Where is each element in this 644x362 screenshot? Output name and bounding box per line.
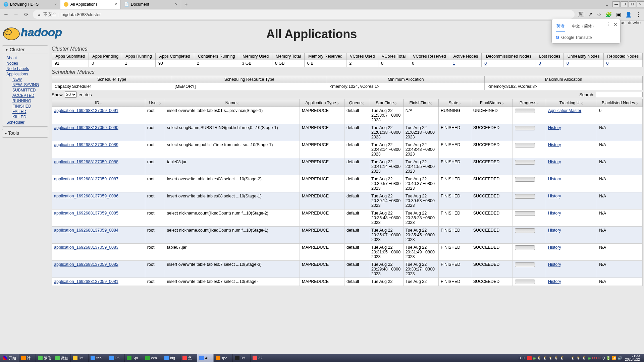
- tracking-link[interactable]: History: [548, 142, 561, 147]
- sidebar-state-accepted[interactable]: ACCEPTED: [12, 93, 44, 98]
- tab-all-applications[interactable]: All Applications ×: [60, 0, 121, 9]
- taskbar-item[interactable]: Al...: [197, 354, 214, 362]
- tracking-link[interactable]: History: [548, 177, 561, 181]
- star-icon[interactable]: ☆: [597, 11, 601, 18]
- back-button[interactable]: ←: [3, 11, 9, 18]
- tracking-link[interactable]: History: [548, 125, 561, 130]
- apps-column-header[interactable]: FinishTime◇: [403, 99, 438, 107]
- app-id-link[interactable]: application_1692688137059_0086: [54, 194, 118, 198]
- taskbar-item[interactable]: 坚...: [180, 354, 197, 362]
- qq-icon[interactable]: 🐧: [537, 356, 542, 360]
- metrics-link[interactable]: 1: [453, 61, 455, 66]
- close-button[interactable]: ✕: [637, 1, 644, 7]
- clock[interactable]: 21:33 2023/8/22: [623, 355, 642, 362]
- sidebar-state-new[interactable]: NEW: [12, 77, 44, 82]
- restore-button[interactable]: ❐: [621, 1, 628, 7]
- tray-icon[interactable]: 🔋: [606, 356, 611, 360]
- url-input[interactable]: ▲ 不安全 | bigdata:8088/cluster: [33, 10, 575, 19]
- sidebar-state-failed[interactable]: FAILED: [12, 109, 44, 114]
- sidebar-state-running[interactable]: RUNNING: [12, 98, 44, 104]
- minimize-button[interactable]: —: [612, 1, 620, 7]
- sidebar-scheduler[interactable]: Scheduler: [6, 120, 44, 125]
- taskbar-item[interactable]: 微信: [53, 354, 71, 362]
- tracking-link[interactable]: ApplicationMaster: [548, 108, 581, 113]
- search-input[interactable]: [596, 92, 643, 97]
- maximize-button[interactable]: ☐: [629, 1, 636, 7]
- sidebar-tools-header[interactable]: ▸Tools: [2, 129, 48, 137]
- share-icon[interactable]: ↗: [588, 11, 593, 18]
- qq-icon[interactable]: 🐧: [543, 356, 547, 360]
- translate-close-icon[interactable]: ✕: [613, 22, 618, 27]
- tracking-link[interactable]: History: [548, 262, 561, 267]
- qq-icon[interactable]: 🐧: [560, 356, 565, 360]
- lang-indicator[interactable]: CH: [519, 356, 526, 360]
- apps-column-header[interactable]: ID◇: [52, 99, 145, 107]
- tab-hdfs[interactable]: 🌐 Browsing HDFS ×: [0, 0, 60, 9]
- chevron-down-icon[interactable]: ⌄: [602, 1, 612, 8]
- app-id-link[interactable]: application_1692688137059_0081: [54, 279, 118, 284]
- apps-column-header[interactable]: FinalStatus◇: [471, 99, 513, 107]
- translate-icon[interactable]: 🇬: [578, 12, 584, 17]
- app-id-link[interactable]: application_1692688137059_0084: [54, 228, 118, 233]
- system-tray[interactable]: CH ◉ 🐧 🐧 🐧 🐧 🐧 🐧 🐧 🐧 ◉ CSDN ⬡ 🔋 📶 🔊 21:3…: [517, 355, 644, 362]
- taskbar-item[interactable]: 计...: [19, 354, 36, 362]
- taskbar-item[interactable]: 微信: [36, 354, 53, 362]
- side-panel-icon[interactable]: ▣: [616, 11, 621, 18]
- tracking-link[interactable]: History: [548, 228, 561, 233]
- tracking-link[interactable]: History: [548, 160, 561, 164]
- wechat-icon[interactable]: ◉: [588, 356, 591, 360]
- taskbar-item[interactable]: 32...: [251, 354, 268, 362]
- app-id-link[interactable]: application_1692688137059_0087: [54, 177, 118, 181]
- translate-tab-english[interactable]: 英语: [556, 22, 565, 32]
- start-button[interactable]: 开始: [0, 354, 19, 362]
- qq-icon[interactable]: 🐧: [576, 356, 581, 360]
- tracking-link[interactable]: History: [548, 211, 561, 216]
- app-id-link[interactable]: application_1692688137059_0090: [54, 125, 118, 130]
- app-id-link[interactable]: application_1692688137059_0082: [54, 262, 118, 267]
- tray-icon[interactable]: [527, 356, 532, 360]
- tray-icon[interactable]: ◉: [533, 356, 536, 360]
- menu-icon[interactable]: ⋮: [636, 11, 641, 18]
- apps-column-header[interactable]: User◇: [145, 99, 165, 107]
- apps-column-header[interactable]: State◇: [439, 99, 471, 107]
- metrics-link[interactable]: 0: [539, 61, 541, 66]
- tracking-link[interactable]: History: [548, 279, 561, 284]
- extensions-icon[interactable]: 🧩: [605, 11, 612, 18]
- apps-column-header[interactable]: StartTime◇: [369, 99, 403, 107]
- profile-icon[interactable]: 👤: [625, 11, 632, 18]
- qq-icon[interactable]: 🐧: [554, 356, 559, 360]
- tray-icon[interactable]: ⬡: [602, 356, 605, 360]
- taskbar-item[interactable]: D:\...: [71, 354, 89, 362]
- taskbar-item[interactable]: ech...: [143, 354, 162, 362]
- qq-icon[interactable]: 🐧: [582, 356, 587, 360]
- apps-column-header[interactable]: Progress◇: [513, 99, 546, 107]
- qq-icon[interactable]: 🐧: [548, 356, 553, 360]
- taskbar-item[interactable]: D:\...: [107, 354, 125, 362]
- hadoop-logo[interactable]: hadoop hadoop: [0, 20, 80, 44]
- translate-tab-chinese[interactable]: 中文（简体）: [571, 23, 597, 31]
- taskbar-item[interactable]: tab...: [89, 354, 107, 362]
- app-id-link[interactable]: application_1692688137059_0085: [54, 211, 118, 216]
- metrics-link[interactable]: 0: [567, 61, 569, 66]
- tab-document[interactable]: 📄 Document ×: [121, 0, 181, 9]
- metrics-link[interactable]: 0: [606, 61, 609, 66]
- sidebar-node-labels[interactable]: Node Labels: [6, 66, 44, 71]
- qq-icon[interactable]: 🐧: [571, 356, 575, 360]
- tracking-link[interactable]: History: [548, 245, 561, 250]
- sidebar-about[interactable]: About: [6, 55, 44, 61]
- close-icon[interactable]: ×: [54, 2, 57, 7]
- app-id-link[interactable]: application_1692688137059_0091: [54, 108, 118, 113]
- taskbar-item[interactable]: spa...: [214, 354, 233, 362]
- app-id-link[interactable]: application_1692688137059_0088: [54, 160, 118, 164]
- apps-column-header[interactable]: Name◇: [165, 99, 300, 107]
- close-icon[interactable]: ×: [175, 2, 177, 7]
- sidebar-state-submitted[interactable]: SUBMITTED: [12, 87, 44, 93]
- apps-column-header[interactable]: Application Type◇: [300, 99, 344, 107]
- forward-button[interactable]: →: [13, 11, 19, 18]
- apps-column-header[interactable]: Tracking UI◇: [546, 99, 597, 107]
- new-tab-button[interactable]: +: [181, 1, 191, 7]
- reload-button[interactable]: ⟳: [23, 11, 30, 18]
- sidebar-state-killed[interactable]: KILLED: [12, 114, 44, 120]
- apps-column-header[interactable]: Blacklisted Nodes◇: [597, 99, 643, 107]
- taskbar-item[interactable]: big...: [162, 354, 180, 362]
